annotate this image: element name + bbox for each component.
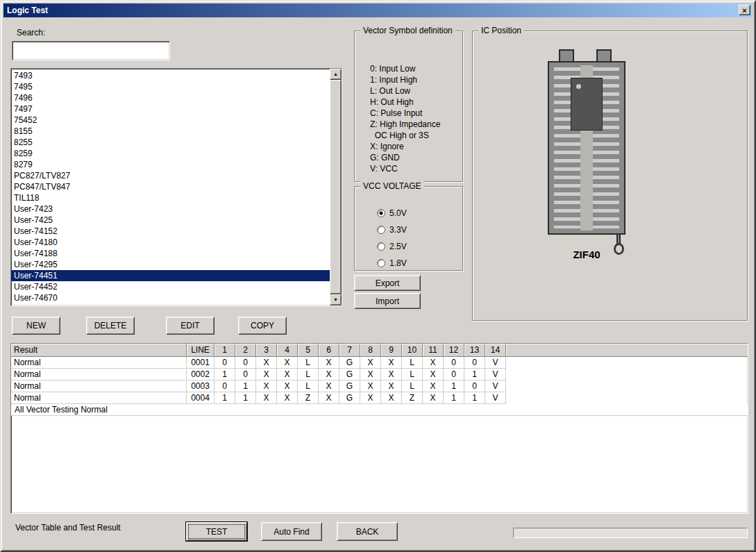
- vector-cell: Z: [298, 392, 319, 404]
- vector-cell: X: [277, 380, 298, 392]
- import-button[interactable]: Import: [354, 293, 421, 309]
- vector-cell: X: [423, 357, 444, 369]
- search-input[interactable]: [12, 41, 170, 60]
- list-item[interactable]: PC847/LTV847: [11, 181, 330, 192]
- list-item[interactable]: 7496: [11, 92, 330, 103]
- vector-cell: X: [360, 357, 381, 369]
- close-icon[interactable]: ×: [739, 5, 750, 15]
- radio-icon[interactable]: [377, 226, 385, 234]
- vcc-option[interactable]: 5.0V: [377, 205, 462, 221]
- vector-cell: X: [277, 369, 298, 380]
- vector-cell: 0: [444, 357, 464, 369]
- socket-label: ZIF40: [548, 249, 625, 260]
- list-item[interactable]: 8279: [11, 159, 330, 170]
- line-cell: 0002: [187, 369, 215, 380]
- table-header-cell: 13: [464, 344, 485, 357]
- vcc-option[interactable]: 2.5V: [377, 238, 462, 255]
- vcc-voltage-title: VCC VOLTAGE: [360, 181, 424, 191]
- list-item[interactable]: User-7425: [11, 215, 330, 226]
- list-item[interactable]: User-74452: [11, 281, 330, 292]
- list-item[interactable]: 75452: [11, 115, 330, 126]
- list-item[interactable]: 7493: [11, 70, 330, 81]
- ic-position-title: IC Position: [478, 26, 524, 35]
- vector-cell: X: [319, 357, 339, 369]
- vector-symbol-line: L: Out Low: [370, 85, 462, 97]
- edit-button[interactable]: EDIT: [166, 317, 215, 335]
- vector-cell: X: [360, 369, 381, 380]
- line-cell: 0001: [187, 357, 215, 369]
- vector-cell: X: [319, 380, 339, 392]
- vector-cell: X: [277, 357, 298, 369]
- vector-cell: 0: [235, 357, 256, 369]
- list-item[interactable]: TIL118: [11, 192, 330, 203]
- vector-cell: 1: [464, 369, 485, 380]
- list-item[interactable]: 8259: [11, 148, 330, 159]
- radio-icon[interactable]: [377, 209, 385, 217]
- vector-cell: L: [298, 380, 319, 392]
- vector-cell: 1: [464, 392, 485, 404]
- table-row: Normal000100XXLXGXXLX00V: [11, 357, 748, 369]
- vector-symbol-line: 1: Input High: [370, 74, 462, 85]
- list-item[interactable]: 8255: [11, 137, 330, 148]
- radio-label: 3.3V: [389, 225, 407, 235]
- vcc-voltage-group: VCC VOLTAGE 5.0V3.3V2.5V1.8V: [354, 186, 463, 271]
- autofind-button[interactable]: Auto Find: [261, 522, 322, 541]
- list-item[interactable]: User-74295: [11, 259, 330, 270]
- vector-symbol-line: X: Ignore: [370, 141, 462, 152]
- radio-icon[interactable]: [377, 259, 385, 267]
- vector-symbol-lines: 0: Input Low1: Input HighL: Out LowH: Ou…: [355, 31, 462, 174]
- vector-cell: X: [423, 369, 444, 380]
- list-item[interactable]: User-74670: [11, 292, 330, 303]
- list-scrollbar[interactable]: ▲ ▼: [330, 69, 342, 306]
- footer-label: Vector Table and Test Result: [15, 523, 121, 533]
- vector-cell: Z: [402, 392, 423, 404]
- list-item[interactable]: User-74152: [11, 226, 330, 237]
- list-item[interactable]: User-74451: [11, 270, 330, 281]
- vector-cell: 1: [235, 380, 256, 392]
- vector-cell: X: [256, 392, 277, 404]
- vcc-option[interactable]: 1.8V: [377, 255, 462, 271]
- delete-button[interactable]: DELETE: [86, 317, 135, 335]
- scroll-up-icon[interactable]: ▲: [330, 69, 342, 80]
- table-header-cell: Result: [11, 344, 187, 357]
- copy-button[interactable]: COPY: [238, 317, 287, 335]
- vector-cell: X: [319, 392, 339, 404]
- radio-icon[interactable]: [377, 242, 385, 251]
- list-item[interactable]: User-74188: [11, 248, 330, 259]
- table-header-cell: 10: [402, 344, 423, 357]
- vector-symbol-line: H: Out High: [370, 97, 462, 108]
- table-summary: All Vector Testing Normal: [11, 404, 748, 416]
- vector-cell: L: [298, 357, 319, 369]
- vector-symbol-line: G: GND: [370, 152, 462, 163]
- vector-cell: G: [339, 380, 360, 392]
- line-cell: 0004: [187, 392, 215, 404]
- radio-label: 1.8V: [389, 258, 407, 268]
- list-item[interactable]: User-7423: [11, 203, 330, 215]
- back-button[interactable]: BACK: [337, 522, 398, 541]
- logic-test-window: Logic Test × Search: 7493749574967497754…: [0, 0, 756, 552]
- list-item[interactable]: 7495: [11, 81, 330, 92]
- table-header-row: ResultLINE1234567891011121314: [11, 344, 748, 357]
- test-button[interactable]: TEST: [186, 522, 247, 541]
- table-header-cell: 2: [235, 344, 256, 357]
- vector-symbol-line: C: Pulse Input: [370, 108, 462, 119]
- scroll-down-icon[interactable]: ▼: [330, 294, 342, 306]
- vector-symbol-line: OC High or 3S: [370, 130, 462, 141]
- radio-label: 2.5V: [389, 242, 407, 251]
- list-item[interactable]: 8155: [11, 126, 330, 137]
- vector-cell: X: [381, 380, 402, 392]
- vector-cell: X: [360, 380, 381, 392]
- vector-symbol-line: 0: Input Low: [370, 63, 462, 74]
- list-item[interactable]: PC827/LTV827: [11, 170, 330, 181]
- vector-cell: L: [298, 369, 319, 380]
- vector-symbol-line: V: VCC: [370, 163, 462, 174]
- new-button[interactable]: NEW: [12, 317, 60, 335]
- vector-symbol-line: Z: High Impedance: [370, 119, 462, 130]
- ic-listbox[interactable]: 7493749574967497754528155825582598279PC8…: [10, 68, 342, 306]
- vcc-option[interactable]: 3.3V: [377, 221, 462, 238]
- list-item[interactable]: 7497: [11, 103, 330, 115]
- list-item[interactable]: User-74180: [11, 237, 330, 248]
- export-button[interactable]: Export: [354, 275, 421, 291]
- scrollbar-thumb[interactable]: [330, 80, 342, 294]
- vector-cell: 0: [215, 380, 235, 392]
